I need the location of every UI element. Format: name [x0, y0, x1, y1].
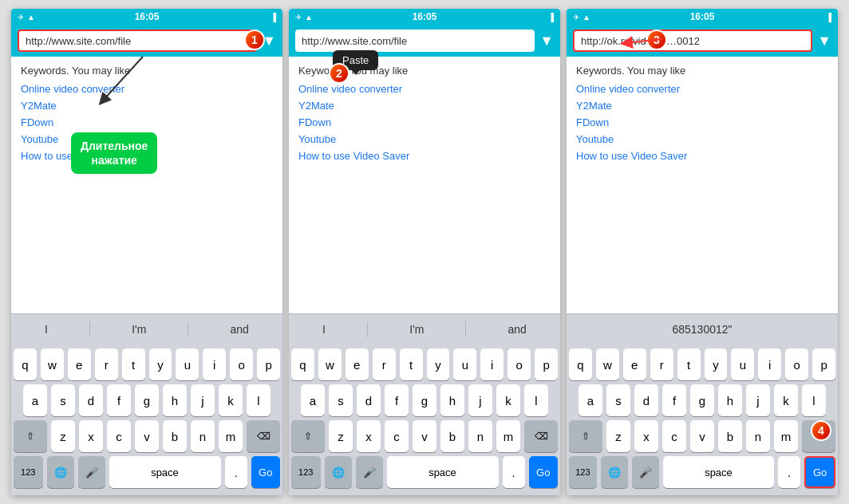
- key-num-3[interactable]: 123: [569, 456, 597, 488]
- key-c-2[interactable]: c: [385, 420, 409, 452]
- key-s-3[interactable]: s: [606, 384, 630, 416]
- url-dropdown-2[interactable]: ▼: [539, 33, 554, 49]
- key-w-2[interactable]: w: [318, 348, 342, 380]
- key-r-3[interactable]: r: [650, 348, 673, 380]
- key-s-2[interactable]: s: [329, 384, 353, 416]
- key-globe-1[interactable]: 🌐: [47, 456, 74, 488]
- key-l-3[interactable]: l: [802, 384, 826, 416]
- key-space-1[interactable]: space: [109, 456, 221, 488]
- key-k-3[interactable]: k: [774, 384, 798, 416]
- key-p-3[interactable]: p: [812, 348, 835, 380]
- link-y2mate-3[interactable]: Y2Mate: [576, 100, 828, 112]
- key-q-2[interactable]: q: [291, 348, 314, 380]
- key-n-2[interactable]: n: [468, 420, 492, 452]
- key-p-1[interactable]: p: [257, 348, 280, 380]
- key-t-3[interactable]: t: [677, 348, 701, 380]
- suggestion-url-3[interactable]: 685130012": [662, 320, 741, 339]
- key-backspace-1[interactable]: ⌫: [247, 420, 280, 452]
- key-mic-1[interactable]: 🎤: [78, 456, 105, 488]
- key-o-2[interactable]: o: [507, 348, 531, 380]
- suggestion-im-1[interactable]: I'm: [122, 320, 156, 339]
- key-shift-3[interactable]: ⇧: [569, 420, 602, 452]
- url-input-3[interactable]: [573, 30, 812, 52]
- key-b-2[interactable]: b: [440, 420, 464, 452]
- key-r-2[interactable]: r: [373, 348, 396, 380]
- key-v-2[interactable]: v: [413, 420, 436, 452]
- link-youtube-3[interactable]: Youtube: [576, 133, 828, 145]
- link-fdown-1[interactable]: FDown: [21, 116, 273, 128]
- key-u-2[interactable]: u: [453, 348, 476, 380]
- key-o-3[interactable]: o: [785, 348, 808, 380]
- key-x-1[interactable]: x: [79, 420, 103, 452]
- key-x-3[interactable]: x: [634, 420, 658, 452]
- key-c-1[interactable]: c: [107, 420, 131, 452]
- key-v-1[interactable]: v: [135, 420, 159, 452]
- key-u-3[interactable]: u: [731, 348, 754, 380]
- key-y-3[interactable]: y: [705, 348, 728, 380]
- key-o-1[interactable]: o: [230, 348, 253, 380]
- key-u-1[interactable]: u: [176, 348, 199, 380]
- key-mic-3[interactable]: 🎤: [632, 456, 659, 488]
- key-l-1[interactable]: l: [247, 384, 270, 416]
- key-t-1[interactable]: t: [122, 348, 145, 380]
- key-g-3[interactable]: g: [690, 384, 714, 416]
- key-shift-2[interactable]: ⇧: [291, 420, 325, 452]
- key-shift-1[interactable]: ⇧: [14, 420, 47, 452]
- url-input-1[interactable]: [18, 30, 257, 52]
- key-y-2[interactable]: y: [427, 348, 450, 380]
- key-m-1[interactable]: m: [219, 420, 243, 452]
- key-period-1[interactable]: .: [225, 456, 247, 488]
- key-j-2[interactable]: j: [468, 384, 492, 416]
- key-v-3[interactable]: v: [690, 420, 714, 452]
- link-how-to-3[interactable]: How to use Video Saver: [576, 150, 828, 162]
- link-fdown-3[interactable]: FDown: [576, 116, 828, 128]
- key-num-1[interactable]: 123: [14, 456, 43, 488]
- key-i-1[interactable]: i: [203, 348, 226, 380]
- link-online-video-2[interactable]: Online video converter: [298, 83, 551, 95]
- key-t-2[interactable]: t: [400, 348, 423, 380]
- suggestion-and-1[interactable]: and: [221, 320, 259, 339]
- key-a-3[interactable]: a: [579, 384, 602, 416]
- key-m-3[interactable]: m: [774, 420, 798, 452]
- key-a-1[interactable]: a: [23, 384, 47, 416]
- key-period-3[interactable]: .: [778, 456, 800, 488]
- key-e-3[interactable]: e: [623, 348, 646, 380]
- key-j-1[interactable]: j: [191, 384, 215, 416]
- key-h-1[interactable]: h: [163, 384, 187, 416]
- key-globe-2[interactable]: 🌐: [325, 456, 352, 488]
- key-w-3[interactable]: w: [596, 348, 619, 380]
- key-e-2[interactable]: e: [346, 348, 369, 380]
- key-space-2[interactable]: space: [387, 456, 499, 488]
- key-n-3[interactable]: n: [746, 420, 770, 452]
- link-online-video-3[interactable]: Online video converter: [576, 83, 828, 95]
- key-globe-3[interactable]: 🌐: [601, 456, 628, 488]
- key-h-2[interactable]: h: [440, 384, 464, 416]
- key-d-3[interactable]: d: [634, 384, 658, 416]
- key-go-3[interactable]: Go: [804, 456, 835, 488]
- suggestion-i-1[interactable]: I: [35, 320, 57, 339]
- key-p-2[interactable]: p: [535, 348, 558, 380]
- key-q-1[interactable]: q: [14, 348, 37, 380]
- key-w-1[interactable]: w: [41, 348, 64, 380]
- key-go-1[interactable]: Go: [251, 456, 281, 488]
- key-j-3[interactable]: j: [746, 384, 770, 416]
- key-k-1[interactable]: k: [219, 384, 243, 416]
- suggestion-and-2[interactable]: and: [499, 320, 536, 339]
- key-num-2[interactable]: 123: [291, 456, 321, 488]
- key-mic-2[interactable]: 🎤: [356, 456, 383, 488]
- key-i-2[interactable]: i: [480, 348, 503, 380]
- link-how-to-2[interactable]: How to use Video Saver: [298, 150, 551, 162]
- key-c-3[interactable]: c: [662, 420, 686, 452]
- key-g-1[interactable]: g: [135, 384, 159, 416]
- url-dropdown-3[interactable]: ▼: [817, 33, 831, 49]
- key-f-1[interactable]: f: [107, 384, 131, 416]
- key-m-2[interactable]: m: [496, 420, 520, 452]
- key-i-3[interactable]: i: [758, 348, 781, 380]
- key-d-2[interactable]: d: [357, 384, 381, 416]
- key-go-2[interactable]: Go: [529, 456, 559, 488]
- key-z-2[interactable]: z: [329, 420, 353, 452]
- key-k-2[interactable]: k: [496, 384, 520, 416]
- key-a-2[interactable]: a: [301, 384, 325, 416]
- key-z-1[interactable]: z: [51, 420, 75, 452]
- key-f-2[interactable]: f: [385, 384, 409, 416]
